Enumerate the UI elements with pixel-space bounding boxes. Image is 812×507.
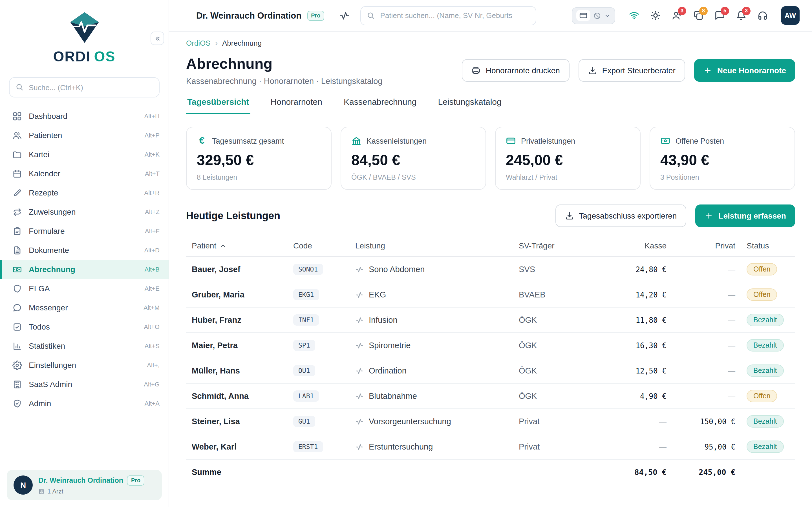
column-header-sv-traeger: SV-Träger xyxy=(513,235,609,257)
table-row[interactable]: Gruber, Maria EKG1 EKG BVAEB 14,20 € — O… xyxy=(186,282,795,307)
stat-cards: € Tagesumsatz gesamt 329,50 € 8 Leistung… xyxy=(186,127,795,190)
topbar: Dr. Weinrauch Ordination Pro 3 xyxy=(169,0,812,32)
sidebar-item-formulare[interactable]: Formulare Alt+F xyxy=(0,221,168,240)
column-header-patient[interactable]: Patient xyxy=(186,235,288,257)
document-icon xyxy=(12,245,22,255)
sidebar-user-card[interactable]: N Dr. Weinrauch Ordination Pro 1 Arzt xyxy=(7,470,162,500)
sidebar-item-zuweisungen[interactable]: Zuweisungen Alt+Z xyxy=(0,202,168,221)
user-avatar: N xyxy=(13,475,33,495)
messages-button[interactable]: 5 xyxy=(710,6,729,25)
cell-patient: Steiner, Lisa xyxy=(186,409,288,434)
sidebar-item-label: Dashboard xyxy=(29,112,138,121)
sidebar-item-label: Dokumente xyxy=(29,245,138,255)
wifi-status-icon[interactable] xyxy=(624,6,644,25)
sidebar-search-input[interactable] xyxy=(9,77,160,98)
stat-card-offene-posten: Offene Posten 43,90 € 3 Positionen xyxy=(650,127,795,190)
button-label: Export Steuerberater xyxy=(602,66,675,75)
cell-sv-traeger: ÖGK xyxy=(513,333,609,358)
cell-status: Offen xyxy=(741,257,795,282)
stat-value: 43,90 € xyxy=(660,152,784,169)
patient-queue-button[interactable]: 3 xyxy=(667,6,686,25)
practice-title: Dr. Weinrauch Ordination xyxy=(196,10,301,20)
ecard-reader-toggle[interactable] xyxy=(572,7,615,24)
files-button[interactable]: 8 xyxy=(689,6,708,25)
sidebar-item-dokumente[interactable]: Dokumente Alt+D xyxy=(0,240,168,260)
cell-patient: Müller, Hans xyxy=(186,358,288,383)
folder-icon xyxy=(12,150,22,159)
sidebar-item-shortcut: Alt+P xyxy=(145,132,160,138)
theme-toggle-sun-icon[interactable] xyxy=(646,6,665,25)
cell-code: SONO1 xyxy=(288,257,350,282)
tagesabschluss-export-button[interactable]: Tagesabschluss exportieren xyxy=(555,205,686,227)
sidebar-item-kalender[interactable]: Kalender Alt+T xyxy=(0,164,168,183)
sidebar-item-todos[interactable]: Todos Alt+O xyxy=(0,317,168,336)
stat-label: Tagesumsatz gesamt xyxy=(212,136,284,145)
button-label: Tagesabschluss exportieren xyxy=(579,211,677,220)
table-row[interactable]: Schmidt, Anna LAB1 Blutabnahme ÖGK 4,90 … xyxy=(186,383,795,409)
cell-privat: — xyxy=(672,307,741,333)
table-row[interactable]: Müller, Hans OU1 Ordination ÖGK 12,50 € … xyxy=(186,358,795,383)
sum-privat: 245,00 € xyxy=(672,459,741,485)
sidebar-item-shortcut: Alt+O xyxy=(144,323,160,330)
cell-kasse: 4,90 € xyxy=(609,383,672,409)
cell-privat: — xyxy=(672,282,741,307)
print-honorarnote-button[interactable]: Honorarnote drucken xyxy=(462,59,569,82)
sidebar-item-saas-admin[interactable]: SaaS Admin Alt+G xyxy=(0,375,168,394)
page-actions: Honorarnote drucken Export Steuerberater… xyxy=(462,59,795,82)
sidebar-item-einstellungen[interactable]: Einstellungen Alt+, xyxy=(0,355,168,375)
table-row[interactable]: Maier, Petra SP1 Spirometrie ÖGK 16,30 €… xyxy=(186,333,795,358)
files-count-badge: 8 xyxy=(699,6,708,15)
cell-privat: — xyxy=(672,358,741,383)
tab-honorarnoten[interactable]: Honorarnoten xyxy=(269,97,323,114)
sidebar-item-rezepte[interactable]: Rezepte Alt+R xyxy=(0,183,168,202)
sidebar-item-abrechnung[interactable]: Abrechnung Alt+B xyxy=(0,260,168,279)
logo-wordmark: ORDIOS xyxy=(53,48,115,65)
search-icon xyxy=(367,11,375,19)
support-button[interactable] xyxy=(753,6,772,25)
sidebar-item-label: Formulare xyxy=(29,226,138,235)
cell-leistung: Infusion xyxy=(350,307,513,333)
sidebar-item-label: Todos xyxy=(29,322,137,331)
table-row[interactable]: Bauer, Josef SONO1 Sono Abdomen SVS 24,8… xyxy=(186,257,795,282)
cell-sv-traeger: SVS xyxy=(513,257,609,282)
cell-patient: Maier, Petra xyxy=(186,333,288,358)
neue-honorarnote-button[interactable]: Neue Honorarnote xyxy=(694,59,795,82)
leistung-erfassen-button[interactable]: Leistung erfassen xyxy=(695,205,795,227)
sidebar-item-kartei[interactable]: Kartei Alt+K xyxy=(0,145,168,164)
notifications-button[interactable]: 3 xyxy=(731,6,751,25)
table-row[interactable]: Huber, Franz INF1 Infusion ÖGK 11,80 € —… xyxy=(186,307,795,333)
sidebar-item-messenger[interactable]: Messenger Alt+M xyxy=(0,298,168,317)
table-row[interactable]: Steiner, Lisa GU1 Vorsorgeuntersuchung P… xyxy=(186,409,795,434)
building-icon xyxy=(12,379,22,389)
button-label: Neue Honorarnote xyxy=(717,66,786,75)
tab-leistungskatalog[interactable]: Leistungskatalog xyxy=(437,97,503,114)
activity-icon xyxy=(355,290,364,299)
user-avatar[interactable]: AW xyxy=(781,6,800,25)
sidebar-collapse-button[interactable] xyxy=(151,32,164,45)
patient-search-input[interactable] xyxy=(361,6,537,25)
sidebar-item-dashboard[interactable]: Dashboard Alt+H xyxy=(0,107,168,126)
breadcrumb-current: Abrechnung xyxy=(222,39,262,47)
sidebar-item-admin[interactable]: Admin Alt+A xyxy=(0,394,168,413)
breadcrumb-root[interactable]: OrdiOS xyxy=(186,39,211,47)
page-content: Abrechnung Kassenabrechnung · Honorarnot… xyxy=(169,47,812,507)
sidebar-item-label: Kartei xyxy=(29,150,138,159)
gear-icon xyxy=(12,360,22,370)
export-steuerberater-button[interactable]: Export Steuerberater xyxy=(578,59,685,82)
tab-kassenabrechnung[interactable]: Kassenabrechnung xyxy=(343,97,418,114)
sidebar-item-statistiken[interactable]: Statistiken Alt+S xyxy=(0,336,168,355)
user-info: Dr. Weinrauch Ordination Pro 1 Arzt xyxy=(38,475,144,495)
sidebar-item-elga[interactable]: ELGA Alt+E xyxy=(0,279,168,298)
app-logo: ORDIOS xyxy=(0,10,168,65)
code-badge: INF1 xyxy=(293,314,319,326)
pencil-icon xyxy=(12,188,22,198)
cell-privat: — xyxy=(672,333,741,358)
column-header-code: Code xyxy=(288,235,350,257)
activity-icon xyxy=(355,392,364,400)
dashboard-icon xyxy=(12,111,22,121)
sidebar-item-patienten[interactable]: Patienten Alt+P xyxy=(0,126,168,145)
user-name: Dr. Weinrauch Ordination xyxy=(38,476,123,485)
tab-tagesuebersicht[interactable]: Tagesübersicht xyxy=(186,97,250,114)
table-row[interactable]: Weber, Karl ERST1 Erstuntersuchung Priva… xyxy=(186,434,795,459)
code-badge: ERST1 xyxy=(293,441,323,452)
